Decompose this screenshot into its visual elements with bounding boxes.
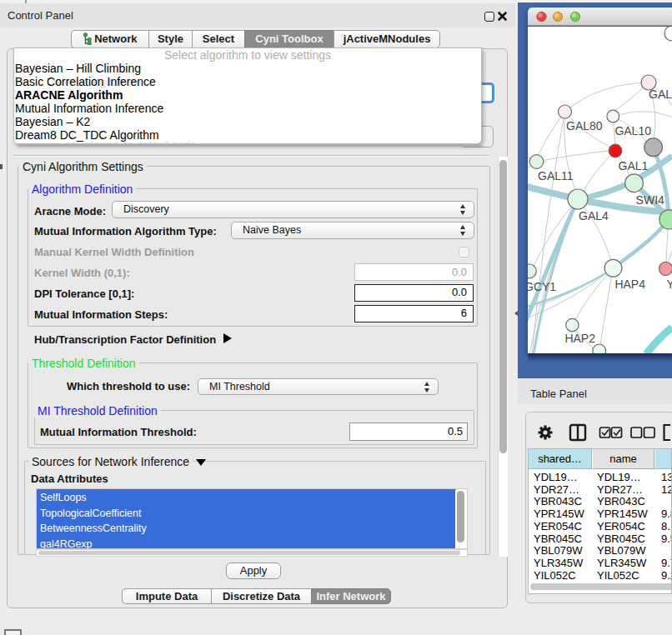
svg-text:Y: Y [667,278,672,291]
svg-text:SWI4: SWI4 [636,193,664,207]
svg-text:GAL4: GAL4 [579,209,609,222]
svg-text:GAL11: GAL11 [538,169,574,182]
svg-text:GAL1: GAL1 [619,159,649,172]
svg-text:GAL2: GAL2 [649,88,672,101]
svg-text:GAL80: GAL80 [566,119,603,132]
svg-text:GCY1: GCY1 [528,280,556,293]
svg-text:HAP4: HAP4 [614,278,645,291]
svg-text:GAL10: GAL10 [614,124,651,138]
svg-text:HAP2: HAP2 [564,332,595,345]
